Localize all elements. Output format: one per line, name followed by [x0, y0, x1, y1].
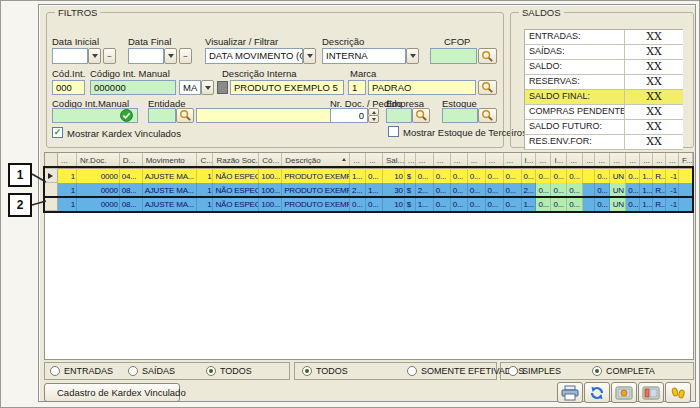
grid-cell[interactable]: 0...	[434, 183, 451, 197]
grid-cell[interactable]: 04...	[120, 169, 143, 183]
grid-cell[interactable]: 0...	[595, 183, 610, 197]
grid-cell[interactable]: 0...	[416, 169, 434, 183]
grid-cell[interactable]: 0...	[468, 169, 486, 183]
grid-column-header-20[interactable]: I...	[551, 153, 567, 169]
grid-cell[interactable]: 0...	[504, 169, 522, 183]
grid-cell[interactable]: R...	[653, 183, 666, 197]
grid-column-header-22[interactable]: ...	[583, 153, 595, 169]
grid-column-header-5[interactable]: Razão Soc...	[213, 153, 259, 169]
grid-column-header-29[interactable]: F...	[679, 153, 693, 169]
grid-cell[interactable]: PRODUTO EXEMPLO 1	[282, 169, 350, 183]
cadastro-kardex-button[interactable]: Cadastro de Kardex Vinculado	[44, 383, 180, 402]
visualizar-filtrar-dropdown-button[interactable]	[303, 48, 316, 64]
footprints-button[interactable]	[665, 382, 691, 403]
grid-cell[interactable]	[679, 183, 693, 197]
grid-cell[interactable]	[679, 169, 693, 183]
grid-cell[interactable]: 0...	[486, 183, 504, 197]
grid-cell[interactable]: 0...	[595, 197, 610, 211]
grid-cell[interactable]: 1...	[640, 183, 653, 197]
grid-column-header-26[interactable]: ...	[640, 153, 653, 169]
grid-column-header-14[interactable]: ...	[451, 153, 468, 169]
entidade-search-button[interactable]	[176, 108, 194, 123]
grid-cell[interactable]: 0...	[626, 169, 640, 183]
descricao-interna-input[interactable]: PRODUTO EXEMPLO 5	[230, 80, 344, 95]
grid-column-header-7[interactable]: Descrição	[282, 153, 350, 169]
grid-column-header-27[interactable]: ...	[653, 153, 666, 169]
grid-cell[interactable]: 08...	[120, 183, 143, 197]
data-final-input[interactable]	[128, 48, 164, 64]
grid-cell[interactable]: 1	[197, 183, 213, 197]
grid-cell[interactable]: R...	[653, 197, 666, 211]
grid-row-2[interactable]: 1000008...AJUSTE MA...1NÃO ESPECI...100.…	[45, 183, 693, 197]
grid-cell[interactable]: 0...	[451, 169, 468, 183]
grid-cell[interactable]: 0...	[626, 183, 640, 197]
grid-column-header-17[interactable]: ...	[504, 153, 522, 169]
data-inicial-clear-button[interactable]: −	[103, 48, 116, 64]
grid-cell[interactable]: UN	[610, 197, 626, 211]
grid-cell[interactable]: NÃO ESPECI...	[213, 197, 259, 211]
grid-cell[interactable]: 0...	[468, 183, 486, 197]
grid-cell[interactable]: 30	[383, 183, 405, 197]
grid-cell[interactable]: -1	[666, 197, 679, 211]
grid-column-header-9[interactable]: ...	[366, 153, 383, 169]
kardex-grid[interactable]: ...Nr.Doc.D...MovimentoC...Razão Soc...C…	[44, 152, 694, 360]
grid-cell[interactable]: 0...	[451, 183, 468, 197]
grid-cell[interactable]	[583, 197, 595, 211]
radio-entradas[interactable]: ENTRADAS	[50, 365, 113, 377]
grid-cell[interactable]: 0000	[77, 197, 120, 211]
grid-cell[interactable]: AJUSTE MA...	[143, 197, 198, 211]
grid-cell[interactable]: 1...	[522, 197, 537, 211]
grid-cell[interactable]: PRODUTO EXEMPLO 2	[282, 197, 350, 211]
grid-cell[interactable]: 0...	[451, 197, 468, 211]
grid-cell[interactable]: 0000	[77, 183, 120, 197]
estoque-search-button[interactable]	[478, 108, 497, 123]
visualizar-filtrar-combo[interactable]: DATA MOVIMENTO (O...	[205, 48, 303, 64]
data-final-clear-button[interactable]: −	[179, 48, 192, 64]
grid-cell[interactable]: 2...	[350, 183, 366, 197]
grid-cell[interactable]: 0...	[504, 183, 522, 197]
descricao-combo[interactable]: INTERNA	[322, 48, 406, 64]
nr-doc-spin-down-button[interactable]	[368, 115, 379, 123]
grid-column-header-8[interactable]: ...	[350, 153, 366, 169]
grid-cell[interactable]: 1	[58, 183, 77, 197]
grid-column-header-13[interactable]: ...	[434, 153, 451, 169]
cfop-input[interactable]	[430, 48, 477, 64]
grid-cell[interactable]: 100...	[259, 197, 282, 211]
grid-cell[interactable]: 100...	[259, 169, 282, 183]
grid-cell[interactable]: 0...	[551, 197, 567, 211]
entidade-input[interactable]	[148, 108, 176, 123]
grid-cell[interactable]: 0...	[486, 169, 504, 183]
grid-cell[interactable]: 1...	[640, 197, 653, 211]
radio-simples[interactable]: SIMPLES	[508, 365, 561, 377]
grid-cell[interactable]: 0...	[536, 169, 551, 183]
grid-cell[interactable]: 2...	[416, 183, 434, 197]
codigo-int-manual-input[interactable]: 000000	[90, 80, 176, 95]
descricao-dropdown-button[interactable]	[406, 48, 419, 64]
grid-cell[interactable]: 1	[197, 197, 213, 211]
grid-column-header-3[interactable]: Movimento	[143, 153, 198, 169]
grid-row-1[interactable]: 1000004...AJUSTE MA...1NÃO ESPECI...100.…	[45, 169, 693, 183]
grid-cell[interactable]: 0...	[536, 183, 551, 197]
nr-doc-pedido-input[interactable]: 0	[330, 108, 368, 123]
grid-cell[interactable]: 2...	[522, 183, 537, 197]
grid-cell[interactable]: 0...	[536, 197, 551, 211]
grid-column-header-11[interactable]: ...	[405, 153, 416, 169]
grid-cell[interactable]: 0...	[366, 197, 383, 211]
print-button[interactable]	[557, 382, 583, 403]
cfop-search-button[interactable]	[478, 48, 497, 64]
grid-cell[interactable]: 0...	[434, 169, 451, 183]
radio-sa-das[interactable]: SAÍDAS	[128, 365, 175, 377]
row-selector[interactable]	[45, 197, 58, 211]
grid-cell[interactable]: 0...	[486, 197, 504, 211]
grid-cell[interactable]	[679, 197, 693, 211]
grid-cell[interactable]: 10	[383, 197, 405, 211]
grid-column-header-15[interactable]: ...	[468, 153, 486, 169]
grid-cell[interactable]: $	[405, 183, 416, 197]
grid-cell[interactable]: 10	[383, 169, 405, 183]
unit-dropdown-button[interactable]	[201, 80, 214, 95]
grid-column-header-4[interactable]: C...	[197, 153, 213, 169]
empresa-input[interactable]	[386, 108, 412, 123]
data-inicial-input[interactable]	[52, 48, 88, 64]
grid-cell[interactable]	[583, 169, 595, 183]
grid-cell[interactable]: 0...	[626, 197, 640, 211]
